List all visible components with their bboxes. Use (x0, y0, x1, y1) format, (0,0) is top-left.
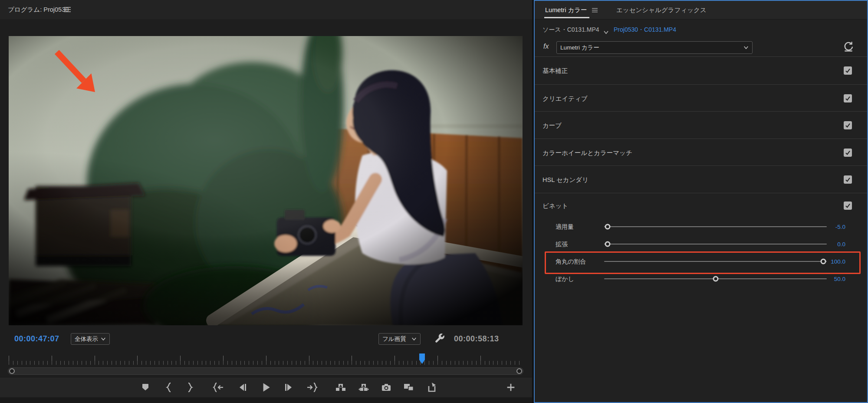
panel-tab-bar: Lumetri カラー エッセンシャルグラフィックス (535, 1, 867, 20)
tab-lumetri-label: Lumetri カラー (545, 6, 587, 14)
section-curves[interactable]: カーブ (535, 111, 867, 139)
zoom-handle-right[interactable] (516, 368, 522, 374)
current-timecode[interactable]: 00:00:47:07 (14, 334, 59, 344)
zoom-handle-left[interactable] (9, 368, 15, 374)
vignette-midpoint-value[interactable]: 0.0 (795, 241, 845, 248)
vignette-amount-slider[interactable] (604, 218, 827, 235)
extract-button[interactable] (355, 379, 372, 396)
checkbox-creative[interactable] (844, 94, 852, 102)
play-button[interactable] (257, 379, 274, 396)
tab-essential-graphics[interactable]: エッセンシャルグラフィックス (616, 1, 707, 19)
slider-track[interactable] (604, 244, 827, 244)
zoom-level-select[interactable]: 全体表示 (71, 333, 110, 345)
button-editor-add-button[interactable] (503, 379, 519, 396)
annotation-arrow (50, 47, 102, 99)
chevron-down-icon (101, 337, 106, 341)
program-monitor-header: プログラム: Proj0530 (0, 0, 532, 19)
step-forward-button[interactable] (281, 379, 297, 396)
vignette-roundness-value[interactable]: 100.0 (795, 258, 845, 265)
section-vignette[interactable]: ビネット (535, 193, 867, 219)
fx-icon: fx (543, 43, 549, 50)
duration-timecode: 00:00:58:13 (454, 334, 499, 344)
source-clip-label[interactable]: ソース・C0131.MP4 (542, 26, 599, 34)
param-row-midpoint: 拡張 0.0 (535, 235, 867, 253)
vignette-amount-value[interactable]: -5.0 (795, 224, 845, 230)
section-color-wheels-match[interactable]: カラーホイールとカラーマッチ (535, 139, 867, 166)
program-monitor-panel: プログラム: Proj0530 (0, 0, 532, 403)
chevron-down-icon[interactable] (603, 28, 609, 36)
tab-essential-graphics-label: エッセンシャルグラフィックス (616, 6, 707, 14)
chevron-down-icon (743, 46, 749, 50)
tab-lumetri-color[interactable]: Lumetri カラー (545, 1, 598, 19)
settings-wrench-icon[interactable] (434, 333, 447, 346)
quality-value: フル画質 (382, 335, 406, 343)
section-basic-correction[interactable]: 基本補正 (535, 57, 867, 84)
vignette-feather-value[interactable]: 50.0 (795, 276, 845, 282)
lift-button[interactable] (332, 379, 349, 396)
checkbox-hsl-secondary[interactable] (844, 175, 852, 184)
clip-source-row: ソース・C0131.MP4 Proj0530・C0131.MP4 (535, 21, 867, 39)
monitor-bottom-strip (0, 397, 532, 403)
quality-select[interactable]: フル画質 (378, 333, 421, 345)
lumetri-sections: 基本補正 クリエイティブ カーブ カラーホイールとカラーマッチ HSL セカンダ… (535, 56, 867, 57)
playhead[interactable] (419, 353, 425, 364)
section-creative[interactable]: クリエイティブ (535, 84, 867, 112)
export-frame-button[interactable] (378, 379, 395, 396)
slider-knob[interactable] (605, 224, 610, 230)
chevron-down-icon (411, 337, 417, 341)
transport-controls (0, 377, 532, 397)
go-to-out-button[interactable] (304, 379, 320, 396)
add-marker-button[interactable] (137, 379, 154, 396)
checkbox-color-wheels[interactable] (844, 149, 852, 157)
active-tab-underline (544, 17, 589, 18)
section-hsl-secondary[interactable]: HSL セカンダリ (535, 165, 867, 193)
vignette-roundness-slider[interactable] (604, 253, 827, 270)
slider-knob[interactable] (713, 276, 718, 282)
sequence-clip-link[interactable]: Proj0530・C0131.MP4 (614, 26, 676, 34)
param-row-amount: 適用量 -5.0 (535, 218, 867, 235)
video-preview[interactable] (9, 36, 523, 325)
slider-track[interactable] (604, 261, 827, 262)
mark-in-button[interactable] (161, 379, 178, 396)
reset-effect-icon[interactable] (843, 41, 855, 53)
timeline-ruler[interactable] (9, 353, 523, 365)
comparison-view-button[interactable] (401, 379, 417, 396)
vignette-feather-slider[interactable] (604, 270, 827, 287)
checkbox-curves[interactable] (844, 121, 852, 129)
param-row-feather: ぼかし 50.0 (535, 270, 867, 287)
panel-menu-icon[interactable] (592, 7, 598, 13)
zoom-level-value: 全体表示 (75, 335, 98, 343)
export-button[interactable] (424, 379, 441, 396)
checkbox-basic-correction[interactable] (844, 66, 852, 75)
vignette-midpoint-slider[interactable] (604, 235, 827, 253)
step-back-button[interactable] (234, 379, 250, 396)
mark-out-button[interactable] (181, 379, 198, 396)
lumetri-color-panel: Lumetri カラー エッセンシャルグラフィックス ソース・C0131.MP4… (534, 0, 868, 403)
slider-knob[interactable] (605, 241, 610, 247)
zoom-scrollbar[interactable] (8, 367, 523, 375)
effect-row: fx Lumetri カラー (535, 39, 867, 56)
program-monitor-title: プログラム: Proj0530 (8, 6, 69, 14)
param-row-roundness: 角丸の割合 100.0 (535, 253, 867, 270)
effect-select[interactable]: Lumetri カラー (556, 41, 753, 54)
go-to-in-button[interactable] (210, 379, 227, 396)
slider-track[interactable] (604, 226, 827, 227)
checkbox-vignette[interactable] (844, 202, 852, 210)
effect-select-value: Lumetri カラー (560, 44, 599, 52)
panel-menu-icon[interactable] (63, 6, 71, 13)
